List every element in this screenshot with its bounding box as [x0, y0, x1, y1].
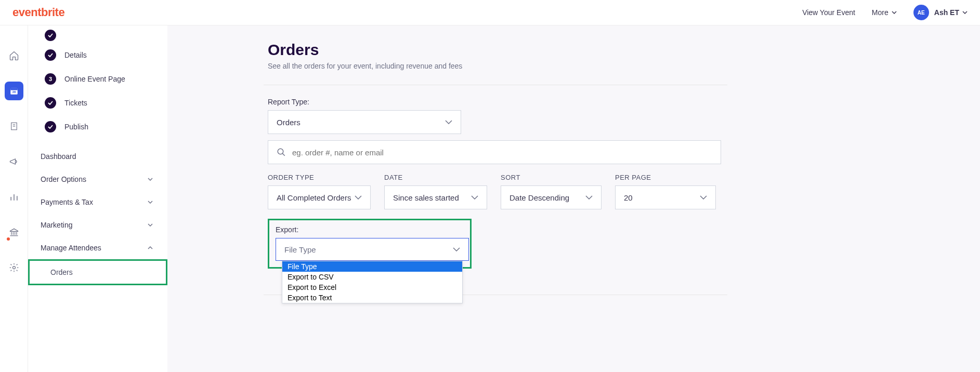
order-type-label: ORDER TYPE [268, 174, 371, 181]
bank-icon[interactable] [5, 223, 23, 242]
sidebar-item-label: Publish [64, 123, 88, 131]
per-page-select[interactable]: 20 [615, 185, 716, 209]
chevron-down-icon [355, 195, 362, 200]
chevron-down-icon [148, 178, 153, 181]
sidebar: Details 3 Online Event Page Tickets Publ… [28, 25, 167, 372]
per-page-label: PER PAGE [615, 174, 716, 181]
page-title: Orders [268, 41, 980, 59]
search-box[interactable] [268, 140, 721, 164]
date-label: DATE [384, 174, 487, 181]
sidebar-item-publish[interactable]: Publish [28, 115, 167, 139]
user-name-label: Ash ET [934, 8, 959, 17]
search-input[interactable] [292, 148, 712, 157]
search-icon [277, 148, 286, 157]
receipt-icon[interactable] [5, 117, 23, 136]
dropdown-item-text[interactable]: Export to Text [282, 293, 462, 303]
chevron-down-icon [148, 201, 153, 204]
check-icon [45, 49, 56, 61]
sidebar-sublink-label: Orders [50, 268, 73, 276]
chevron-down-icon [471, 195, 478, 200]
filters-row: ORDER TYPE All Completed Orders DATE Sin… [268, 174, 980, 209]
dropdown-item-excel[interactable]: Export to Excel [282, 282, 462, 293]
chevron-up-icon [148, 246, 153, 249]
divider [264, 85, 727, 85]
avatar[interactable]: AE [913, 5, 929, 20]
sidebar-marketing[interactable]: Marketing [28, 214, 167, 236]
chevron-down-icon [585, 195, 593, 200]
sidebar-dashboard[interactable]: Dashboard [28, 145, 167, 168]
sidebar-sublink-orders[interactable]: Orders [28, 259, 167, 285]
per-page-value: 20 [624, 193, 633, 202]
view-your-event-label: View Your Event [802, 8, 855, 17]
count-badge: 3 [45, 73, 56, 85]
more-label: More [872, 8, 888, 17]
sidebar-collapsible-label: Order Options [41, 175, 86, 183]
dropdown-item-file-type[interactable]: File Type [282, 261, 462, 272]
user-menu[interactable]: Ash ET [934, 8, 968, 17]
report-type-label: Report Type: [268, 98, 980, 106]
sidebar-collapsible-label: Manage Attendees [41, 244, 101, 252]
chevron-down-icon [445, 120, 452, 124]
export-section: Export: File Type File Type Export to CS… [268, 219, 472, 269]
sidebar-item-online-event-page[interactable]: 3 Online Event Page [28, 67, 167, 91]
svg-point-14 [12, 267, 15, 269]
sidebar-item-label: Online Event Page [64, 75, 125, 83]
megaphone-icon[interactable] [5, 152, 23, 171]
chevron-down-icon [962, 11, 968, 14]
report-type-select[interactable]: Orders [268, 110, 461, 134]
chart-icon[interactable] [5, 188, 23, 206]
check-icon [45, 30, 56, 41]
header: eventbrite View Your Event More AE Ash E… [0, 0, 980, 25]
date-select[interactable]: Since sales started [384, 185, 487, 209]
home-icon[interactable] [5, 46, 23, 65]
sidebar-item-label: Details [64, 51, 87, 59]
sidebar-item-label: Tickets [64, 99, 87, 107]
page-subtitle: See all the orders for your event, inclu… [268, 62, 980, 70]
dropdown-item-csv[interactable]: Export to CSV [282, 272, 462, 282]
sort-value: Date Descending [509, 193, 569, 202]
calendar-icon[interactable]: 28 [5, 82, 23, 100]
export-select[interactable]: File Type [276, 238, 469, 261]
iconbar: 28 [0, 25, 28, 372]
sidebar-item-details[interactable]: Details [28, 43, 167, 67]
export-dropdown: File Type Export to CSV Export to Excel … [282, 261, 463, 303]
sidebar-collapsible-label: Payments & Tax [41, 198, 93, 206]
sidebar-collapsible-label: Dashboard [41, 152, 76, 161]
sort-select[interactable]: Date Descending [501, 185, 602, 209]
export-label: Export: [276, 225, 464, 234]
gear-icon[interactable] [5, 258, 23, 277]
order-type-value: All Completed Orders [277, 193, 351, 202]
svg-line-16 [282, 153, 285, 156]
chevron-down-icon [453, 247, 460, 251]
view-your-event-link[interactable]: View Your Event [794, 8, 864, 17]
svg-text:28: 28 [12, 90, 16, 94]
check-icon [45, 121, 56, 132]
report-type-value: Orders [277, 118, 300, 127]
chevron-down-icon [892, 11, 897, 14]
sort-label: SORT [501, 174, 602, 181]
sidebar-order-options[interactable]: Order Options [28, 168, 167, 191]
more-menu[interactable]: More [864, 8, 905, 17]
sidebar-collapsible-label: Marketing [41, 221, 72, 229]
check-icon [45, 97, 56, 109]
sidebar-top-check[interactable] [28, 30, 167, 43]
sidebar-payments-tax[interactable]: Payments & Tax [28, 191, 167, 214]
notification-dot [7, 237, 10, 241]
main-content: Orders See all the orders for your event… [167, 25, 980, 372]
export-placeholder: File Type [284, 245, 316, 254]
chevron-down-icon [700, 195, 707, 200]
sidebar-manage-attendees[interactable]: Manage Attendees [28, 236, 167, 259]
sidebar-item-tickets[interactable]: Tickets [28, 91, 167, 115]
order-type-select[interactable]: All Completed Orders [268, 185, 371, 209]
logo[interactable]: eventbrite [12, 6, 64, 19]
svg-rect-1 [10, 88, 18, 90]
svg-point-15 [278, 149, 283, 154]
chevron-down-icon [148, 223, 153, 227]
date-value: Since sales started [393, 193, 459, 202]
